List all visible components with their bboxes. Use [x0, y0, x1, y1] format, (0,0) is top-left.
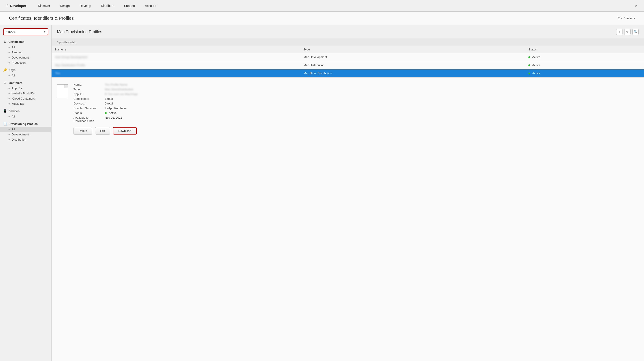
sidebar-item-provisioning-development[interactable]: Development: [0, 132, 51, 137]
detail-devices-value: 0 total: [105, 102, 113, 105]
profiles-count-bar: 3 profiles total.: [52, 39, 644, 46]
dot-icon: [8, 93, 10, 94]
sidebar-item-provisioning-all[interactable]: All: [0, 127, 51, 132]
detail-status-row: Status: Active: [74, 111, 638, 115]
developer-label: Developer: [10, 4, 26, 8]
action-buttons: Delete Edit Download: [74, 127, 638, 135]
sidebar-item-label: Website Push IDs: [12, 92, 35, 95]
dot-icon: [8, 75, 10, 76]
content-title: Mac Provisioning Profiles: [57, 30, 102, 34]
platform-select[interactable]: macOS iOS tvOS watchOS: [3, 28, 48, 35]
nav-develop[interactable]: Develop: [74, 0, 96, 12]
detail-info: Name: Tiro Profile Name Type: Mac Direct…: [74, 83, 638, 135]
blurred-name: Tiro: [55, 72, 60, 75]
sidebar-item-certs-production[interactable]: Production: [0, 60, 51, 65]
blurred-name: Mac Distribution Profile: [55, 64, 85, 67]
detail-certs-value: 1 total: [105, 97, 113, 101]
sidebar-section-certificates: ⚙ Certificates All Pending Development P…: [0, 39, 51, 65]
table-row[interactable]: Hub Group Development Mac Development Ac…: [52, 53, 644, 61]
sidebar-item-label: All: [12, 128, 15, 131]
nav-design[interactable]: Design: [55, 0, 75, 12]
sidebar-item-label: All: [12, 46, 15, 49]
sidebar-item-keys-all[interactable]: All: [0, 73, 51, 78]
sidebar-section-identifiers: ⊡ Identifiers App IDs Website Push IDs i…: [0, 80, 51, 106]
table-header-type[interactable]: Type: [300, 46, 525, 53]
nav-links: Discover Design Develop Distribute Suppo…: [33, 0, 635, 12]
detail-name-label: Name:: [74, 83, 105, 86]
dot-icon: [8, 52, 10, 53]
identifier-icon: ⊡: [3, 81, 7, 85]
detail-available-label: Available forDownload Until:: [74, 116, 105, 123]
edit-button[interactable]: Edit: [95, 127, 110, 135]
delete-button[interactable]: Delete: [74, 127, 92, 135]
keys-label: Keys: [8, 68, 16, 72]
table-row-selected[interactable]: Tiro Mac DirectDistribution Active: [52, 69, 644, 77]
row-status: Active: [525, 69, 644, 77]
nav-distribute[interactable]: Distribute: [96, 0, 119, 12]
sidebar-section-provisioning: 📄 Provisioning Profiles All Development …: [0, 121, 51, 142]
platform-select-wrapper[interactable]: macOS iOS tvOS watchOS ▼: [3, 28, 48, 35]
dot-icon: [8, 139, 10, 140]
sidebar-item-certs-development[interactable]: Development: [0, 55, 51, 60]
detail-devices-row: Devices: 0 total: [74, 102, 638, 105]
status-active-dot: [528, 56, 530, 58]
sidebar-section-header-keys[interactable]: 🔑 Keys: [0, 67, 51, 73]
page-title: Certificates, Identifiers & Profiles: [9, 16, 74, 21]
main-layout: macOS iOS tvOS watchOS ▼ ⚙ Certificates …: [0, 25, 644, 361]
sidebar-item-label: All: [12, 115, 15, 118]
sidebar-item-label: Development: [12, 133, 29, 136]
detail-status-label: Status:: [74, 111, 105, 115]
provisioning-icon: 📄: [3, 122, 7, 126]
sidebar-item-identifiers-appids[interactable]: App IDs: [0, 86, 51, 91]
sidebar-section-header-provisioning[interactable]: 📄 Provisioning Profiles: [0, 121, 51, 127]
profiles-table: Name ▲ Type Status Hub Group Development…: [52, 46, 644, 77]
search-icon[interactable]: ⌕: [635, 4, 637, 8]
detail-type-row: Type: Mac DirectDistribution: [74, 88, 638, 91]
devices-label: Devices: [8, 109, 20, 113]
sidebar-item-label: Production: [12, 61, 26, 64]
download-button[interactable]: Download: [113, 127, 137, 135]
logo-area:  Developer: [7, 3, 26, 8]
user-account[interactable]: Eric Frasier ▾: [618, 17, 635, 20]
sidebar-item-identifiers-websitepushids[interactable]: Website Push IDs: [0, 91, 51, 96]
page-header: Certificates, Identifiers & Profiles Eri…: [0, 12, 644, 25]
search-button[interactable]: 🔍: [632, 29, 638, 35]
row-type: Mac Distribution: [300, 61, 525, 69]
sidebar-item-label: Pending: [12, 51, 22, 54]
nav-account[interactable]: Account: [140, 0, 161, 12]
sidebar-item-certs-all[interactable]: All: [0, 45, 51, 50]
sidebar-item-devices-all[interactable]: All: [0, 114, 51, 119]
sidebar-item-provisioning-distribution[interactable]: Distribution: [0, 137, 51, 142]
table-header-status[interactable]: Status: [525, 46, 644, 53]
sidebar-item-identifiers-icloudcontainers[interactable]: iCloud Containers: [0, 96, 51, 101]
sidebar-item-label: Music IDs: [12, 102, 24, 105]
sidebar: macOS iOS tvOS watchOS ▼ ⚙ Certificates …: [0, 25, 52, 361]
detail-panel: Name: Tiro Profile Name Type: Mac Direct…: [52, 77, 644, 140]
sidebar-item-identifiers-musicids[interactable]: Music IDs: [0, 101, 51, 106]
detail-status-value: Active: [105, 111, 116, 115]
row-status: Active: [525, 53, 644, 61]
dot-icon: [8, 129, 10, 130]
detail-appid-row: App ID: R Tiro com xxx MacXApp: [74, 92, 638, 96]
device-icon: 📱: [3, 109, 7, 113]
detail-status-dot: [105, 112, 107, 114]
nav-discover[interactable]: Discover: [33, 0, 55, 12]
detail-devices-label: Devices:: [74, 102, 105, 105]
edit-filter-button[interactable]: ✎: [624, 29, 630, 35]
sidebar-item-label: Development: [12, 56, 29, 59]
table-row[interactable]: Mac Distribution Profile Mac Distributio…: [52, 61, 644, 69]
status-active-dot: [528, 72, 530, 74]
detail-icon-area: [57, 83, 68, 135]
dot-icon: [8, 57, 10, 58]
sidebar-section-header-certificates[interactable]: ⚙ Certificates: [0, 39, 51, 45]
add-button[interactable]: ＋: [616, 29, 622, 35]
nav-support[interactable]: Support: [119, 0, 140, 12]
sidebar-section-header-identifiers[interactable]: ⊡ Identifiers: [0, 80, 51, 86]
detail-services-value: In-App Purchase: [105, 107, 126, 110]
certificate-icon: ⚙: [3, 40, 7, 44]
sidebar-section-header-devices[interactable]: 📱 Devices: [0, 108, 51, 114]
detail-name-row: Name: Tiro Profile Name: [74, 83, 638, 86]
dot-icon: [8, 98, 10, 99]
table-header-name[interactable]: Name ▲: [52, 46, 300, 53]
sidebar-item-certs-pending[interactable]: Pending: [0, 50, 51, 55]
